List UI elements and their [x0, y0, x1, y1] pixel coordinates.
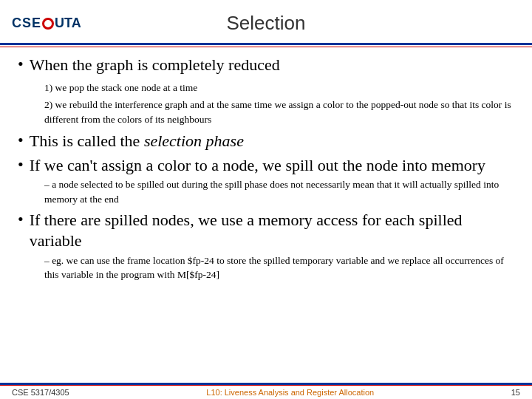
bullet-4-subitems: – eg. we can use the frame location $fp-… — [44, 253, 514, 282]
bullet-2-text: This is called the selection phase — [30, 131, 244, 152]
sub-item-3: – a node selected to be spilled out duri… — [44, 177, 514, 206]
footer-page-number: 15 — [511, 388, 520, 397]
bullet-4-text: If there are spilled nodes, we use a mem… — [30, 210, 514, 252]
logo-cse: CSE — [12, 16, 41, 31]
sub-item-2: 2) we rebuild the interference graph and… — [44, 98, 514, 128]
main-content: • When the graph is completely reduced 1… — [0, 47, 532, 291]
bullet-2-italic: selection phase — [144, 132, 244, 150]
bullet-1-text: When the graph is completely reduced — [30, 55, 280, 76]
footer: CSE 5317/4305 L10: Liveness Analysis and… — [0, 383, 532, 399]
bullet-3: • If we can't assign a color to a node, … — [18, 155, 514, 177]
divider-thick — [0, 43, 532, 45]
bullet-4: • If there are spilled nodes, we use a m… — [18, 210, 514, 252]
sub-item-4: – eg. we can use the frame location $fp-… — [44, 253, 514, 282]
bullet-3-dot: • — [18, 155, 24, 174]
logo-circle-icon — [42, 18, 54, 30]
bullet-3-subitems: – a node selected to be spilled out duri… — [44, 177, 514, 206]
sub-item-1: 1) we pop the stack one node at a time — [44, 81, 514, 97]
bullet-1-dot: • — [18, 55, 24, 74]
sub-item-4-text: – eg. we can use the frame location $fp-… — [44, 253, 514, 282]
sub-item-2-text: 2) we rebuild the interference graph and… — [44, 98, 514, 126]
footer-lecture: L10: Liveness Analysis and Register Allo… — [206, 388, 374, 397]
page-title-area: Selection — [227, 12, 306, 35]
bullet-1-subitems: 1) we pop the stack one node at a time 2… — [44, 81, 514, 129]
header: CSE UTA Selection — [0, 0, 532, 43]
bullet-2: • This is called the selection phase — [18, 131, 514, 152]
page-title: Selection — [227, 12, 306, 34]
bullet-3-text: If we can't assign a color to a node, we… — [30, 155, 485, 177]
bullet-1: • When the graph is completely reduced — [18, 55, 514, 76]
bullet-2-dot: • — [18, 131, 24, 150]
footer-content: CSE 5317/4305 L10: Liveness Analysis and… — [0, 386, 532, 399]
footer-course: CSE 5317/4305 — [12, 388, 69, 397]
sub-item-3-text: – a node selected to be spilled out duri… — [44, 177, 514, 206]
logo: CSE UTA — [12, 16, 81, 31]
logo-uta: UTA — [55, 16, 81, 31]
bullet-4-dot: • — [18, 210, 24, 229]
sub-item-1-text: 1) we pop the stack one node at a time — [44, 81, 197, 95]
